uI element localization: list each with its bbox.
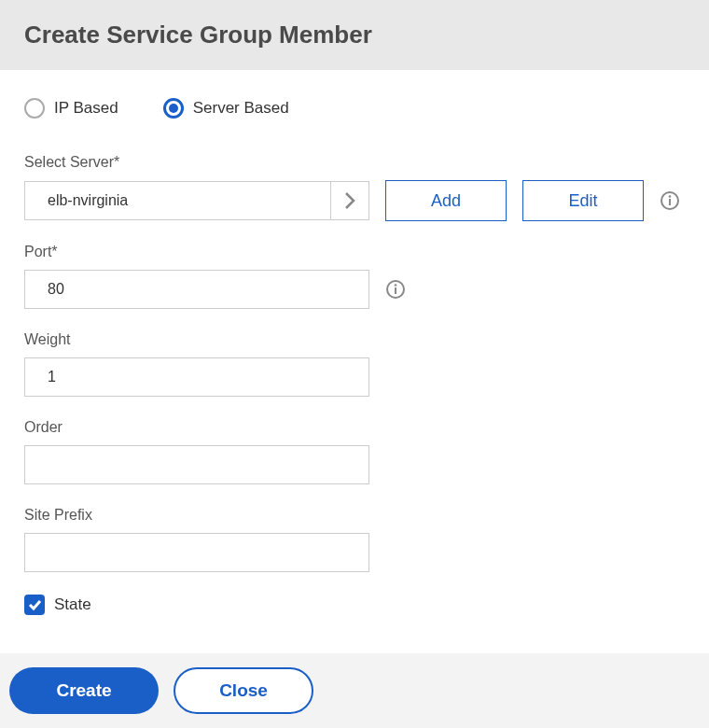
select-server-open-button[interactable] xyxy=(330,181,369,220)
checkbox-icon xyxy=(24,595,45,615)
type-radio-group: IP Based Server Based xyxy=(24,98,685,119)
radio-dot-icon xyxy=(169,104,178,113)
radio-label: IP Based xyxy=(54,99,118,118)
svg-rect-2 xyxy=(669,199,671,205)
select-server-input[interactable] xyxy=(24,181,330,220)
order-label: Order xyxy=(24,419,685,436)
port-row xyxy=(24,270,685,309)
state-checkbox-label: State xyxy=(54,595,91,614)
dialog-content: IP Based Server Based Select Server* Add… xyxy=(0,70,709,632)
create-button[interactable]: Create xyxy=(9,667,159,714)
svg-point-1 xyxy=(669,195,672,198)
radio-ip-based[interactable]: IP Based xyxy=(24,98,118,119)
edit-button[interactable]: Edit xyxy=(522,180,644,221)
svg-rect-5 xyxy=(395,287,396,294)
weight-field: Weight xyxy=(24,331,685,397)
site-prefix-input[interactable] xyxy=(24,533,369,572)
radio-icon xyxy=(24,98,45,119)
svg-point-4 xyxy=(395,284,397,287)
dialog-header: Create Service Group Member xyxy=(0,0,709,70)
info-icon[interactable] xyxy=(385,279,406,300)
state-checkbox[interactable]: State xyxy=(24,595,685,615)
site-prefix-label: Site Prefix xyxy=(24,507,685,524)
dialog-footer: Create Close xyxy=(0,653,709,728)
check-icon xyxy=(28,598,42,611)
port-input[interactable] xyxy=(24,270,369,309)
radio-label: Server Based xyxy=(193,99,289,118)
chevron-right-icon xyxy=(344,191,355,210)
weight-label: Weight xyxy=(24,331,685,348)
select-server-row: Add Edit xyxy=(24,180,685,221)
order-field: Order xyxy=(24,419,685,484)
select-server-wrapper xyxy=(24,181,369,220)
info-icon[interactable] xyxy=(660,190,680,211)
select-server-field: Select Server* Add Edit xyxy=(24,154,685,221)
site-prefix-field: Site Prefix xyxy=(24,507,685,572)
dialog-title: Create Service Group Member xyxy=(24,21,685,49)
radio-server-based[interactable]: Server Based xyxy=(163,98,289,119)
order-input[interactable] xyxy=(24,445,369,484)
port-label: Port* xyxy=(24,244,685,260)
add-button[interactable]: Add xyxy=(385,180,507,221)
weight-input[interactable] xyxy=(24,357,369,397)
close-button[interactable]: Close xyxy=(174,667,313,714)
port-field: Port* xyxy=(24,244,685,309)
radio-icon xyxy=(163,98,184,119)
select-server-label: Select Server* xyxy=(24,154,685,171)
